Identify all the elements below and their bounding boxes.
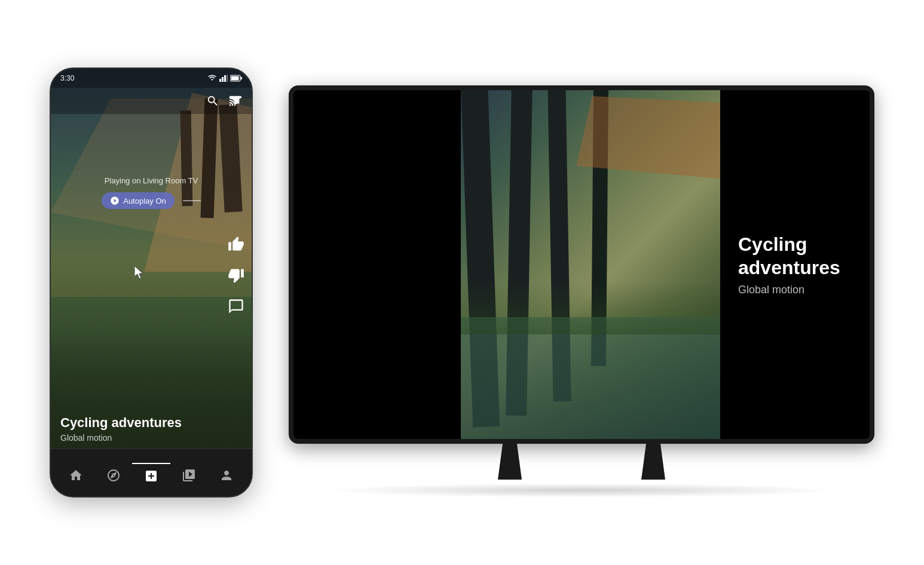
tv-water xyxy=(461,317,720,439)
thumbs-down-button[interactable] xyxy=(228,267,244,284)
tv-video-subtitle: Global motion xyxy=(738,284,852,296)
wifi-icon xyxy=(207,75,217,82)
phone-action-buttons xyxy=(228,236,244,315)
phone-status-bar: 3:30 xyxy=(51,69,252,88)
nav-account[interactable] xyxy=(208,463,246,483)
cursor xyxy=(134,266,146,280)
svg-rect-1 xyxy=(219,79,221,82)
svg-rect-3 xyxy=(224,75,226,82)
account-nav-icon xyxy=(219,468,234,483)
autoplay-label: Autoplay On xyxy=(123,196,166,205)
tv-leg-left xyxy=(498,444,522,480)
autoplay-badge[interactable]: Autoplay On xyxy=(102,192,175,209)
phone-video-info: Cycling adventures Global motion xyxy=(60,415,228,443)
nav-library[interactable] xyxy=(170,463,208,483)
phone-time: 3:30 xyxy=(60,74,74,82)
tv-container: Cycling adventures Global motion xyxy=(289,85,874,480)
library-nav-icon xyxy=(182,468,196,483)
tv-left-letterbox xyxy=(293,90,461,439)
phone-bottom-nav xyxy=(51,449,252,496)
phone-device: 3:30 xyxy=(50,67,253,498)
cursor-icon xyxy=(134,266,146,280)
phone-status-icons xyxy=(207,75,242,82)
svg-rect-2 xyxy=(222,77,224,82)
phone-video-background xyxy=(51,69,252,449)
tv-frame: Cycling adventures Global motion xyxy=(289,85,874,444)
phone-overlay: Playing on Living Room TV Autoplay On xyxy=(51,176,252,209)
svg-rect-6 xyxy=(241,77,243,79)
nav-create[interactable] xyxy=(132,463,170,483)
nav-home[interactable] xyxy=(57,463,94,483)
tv-video-title: Cycling adventures xyxy=(738,233,852,279)
nav-explore[interactable] xyxy=(94,463,132,483)
battery-icon xyxy=(230,75,242,82)
playing-on-label: Playing on Living Room TV xyxy=(105,176,198,185)
autoplay-line xyxy=(183,200,201,201)
search-icon[interactable] xyxy=(206,94,219,108)
svg-rect-4 xyxy=(227,75,228,82)
phone-video-title: Cycling adventures xyxy=(60,415,228,431)
tv-vegetation xyxy=(461,282,720,334)
phone-top-action-bar xyxy=(51,88,252,114)
autoplay-icon xyxy=(110,196,120,205)
home-nav-icon xyxy=(69,468,83,483)
add-nav-icon xyxy=(144,469,158,483)
tv-leg-right xyxy=(641,444,665,480)
explore-nav-icon xyxy=(106,468,121,483)
thumbs-up-button[interactable] xyxy=(228,236,244,253)
cast-icon[interactable] xyxy=(229,94,242,108)
svg-rect-7 xyxy=(231,76,239,81)
comment-button[interactable] xyxy=(228,298,244,315)
signal-icon xyxy=(219,75,228,82)
tv-screen: Cycling adventures Global motion xyxy=(293,90,870,439)
tv-stand xyxy=(289,444,874,480)
svg-marker-0 xyxy=(211,79,213,81)
tv-video-content xyxy=(461,90,720,439)
tv-shadow xyxy=(325,483,839,498)
scene: 3:30 xyxy=(0,0,924,565)
tv-info-panel: Cycling adventures Global motion xyxy=(720,90,870,439)
phone-video-subtitle: Global motion xyxy=(60,433,228,443)
